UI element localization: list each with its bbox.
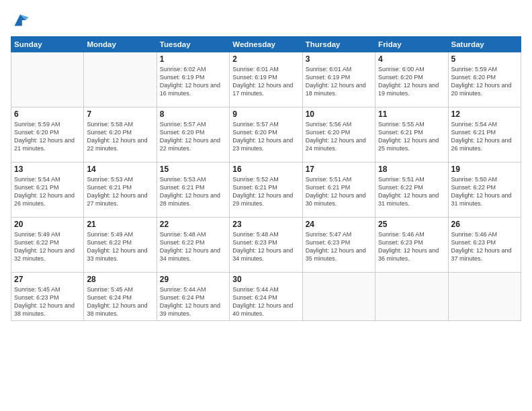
calendar-cell: 8Sunrise: 5:57 AM Sunset: 6:20 PM Daylig… [157,107,229,163]
day-info: Sunrise: 5:55 AM Sunset: 6:21 PM Dayligh… [378,120,445,153]
day-info: Sunrise: 5:48 AM Sunset: 6:22 PM Dayligh… [160,230,226,263]
day-info: Sunrise: 5:46 AM Sunset: 6:23 PM Dayligh… [451,230,518,263]
calendar-cell [448,273,521,321]
calendar-cell: 2Sunrise: 6:01 AM Sunset: 6:19 PM Daylig… [230,52,302,107]
day-number: 20 [14,220,81,229]
calendar-cell: 7Sunrise: 5:58 AM Sunset: 6:20 PM Daylig… [84,107,157,163]
col-header-wednesday: Wednesday [230,37,302,52]
day-info: Sunrise: 5:58 AM Sunset: 6:20 PM Dayligh… [87,120,153,153]
col-header-sunday: Sunday [11,37,84,52]
day-info: Sunrise: 5:54 AM Sunset: 6:21 PM Dayligh… [451,120,518,153]
calendar-cell: 9Sunrise: 5:57 AM Sunset: 6:20 PM Daylig… [230,107,302,163]
day-info: Sunrise: 5:53 AM Sunset: 6:21 PM Dayligh… [160,175,226,208]
calendar-cell: 13Sunrise: 5:54 AM Sunset: 6:21 PM Dayli… [11,163,84,218]
day-info: Sunrise: 5:59 AM Sunset: 6:20 PM Dayligh… [14,120,81,153]
col-header-thursday: Thursday [302,37,375,52]
calendar-cell: 29Sunrise: 5:44 AM Sunset: 6:24 PM Dayli… [157,273,229,321]
calendar-week-row: 13Sunrise: 5:54 AM Sunset: 6:21 PM Dayli… [11,163,521,218]
day-number: 13 [14,165,81,174]
day-number: 30 [232,275,299,284]
day-number: 24 [306,220,372,229]
day-info: Sunrise: 5:45 AM Sunset: 6:24 PM Dayligh… [87,285,153,318]
day-number: 15 [160,165,226,174]
calendar-cell: 18Sunrise: 5:51 AM Sunset: 6:22 PM Dayli… [375,163,448,218]
day-info: Sunrise: 5:50 AM Sunset: 6:22 PM Dayligh… [451,175,518,208]
calendar-cell: 3Sunrise: 6:01 AM Sunset: 6:19 PM Daylig… [302,52,375,107]
calendar-cell: 22Sunrise: 5:48 AM Sunset: 6:22 PM Dayli… [157,218,229,273]
day-info: Sunrise: 5:47 AM Sunset: 6:23 PM Dayligh… [306,230,372,263]
day-info: Sunrise: 6:00 AM Sunset: 6:20 PM Dayligh… [378,65,445,98]
calendar-cell: 27Sunrise: 5:45 AM Sunset: 6:23 PM Dayli… [11,273,84,321]
day-info: Sunrise: 5:49 AM Sunset: 6:22 PM Dayligh… [87,230,153,263]
day-info: Sunrise: 5:59 AM Sunset: 6:20 PM Dayligh… [451,65,518,98]
calendar-cell: 19Sunrise: 5:50 AM Sunset: 6:22 PM Dayli… [448,163,521,218]
day-info: Sunrise: 5:57 AM Sunset: 6:20 PM Dayligh… [160,120,226,153]
calendar-week-row: 27Sunrise: 5:45 AM Sunset: 6:23 PM Dayli… [11,273,521,321]
calendar-cell: 14Sunrise: 5:53 AM Sunset: 6:21 PM Dayli… [84,163,157,218]
day-number: 29 [160,275,226,284]
calendar-cell [302,273,375,321]
calendar-cell: 5Sunrise: 5:59 AM Sunset: 6:20 PM Daylig… [448,52,521,107]
day-number: 16 [232,165,299,174]
day-number: 28 [87,275,153,284]
day-number: 27 [14,275,81,284]
col-header-saturday: Saturday [448,37,521,52]
day-info: Sunrise: 5:44 AM Sunset: 6:24 PM Dayligh… [232,285,299,318]
calendar-cell: 10Sunrise: 5:56 AM Sunset: 6:20 PM Dayli… [302,107,375,163]
day-info: Sunrise: 5:48 AM Sunset: 6:23 PM Dayligh… [232,230,299,263]
day-number: 7 [87,109,153,119]
day-info: Sunrise: 5:45 AM Sunset: 6:23 PM Dayligh… [14,285,81,318]
calendar-cell: 23Sunrise: 5:48 AM Sunset: 6:23 PM Dayli… [230,218,302,273]
calendar-cell: 30Sunrise: 5:44 AM Sunset: 6:24 PM Dayli… [230,273,302,321]
day-number: 8 [160,109,226,119]
day-number: 17 [306,165,372,174]
calendar-cell: 17Sunrise: 5:51 AM Sunset: 6:21 PM Dayli… [302,163,375,218]
day-number: 11 [378,109,445,119]
day-info: Sunrise: 6:01 AM Sunset: 6:19 PM Dayligh… [306,65,372,98]
day-number: 23 [232,220,299,229]
col-header-friday: Friday [375,37,448,52]
col-header-monday: Monday [84,37,157,52]
calendar-cell [84,52,157,107]
day-number: 19 [451,165,518,174]
calendar-cell: 6Sunrise: 5:59 AM Sunset: 6:20 PM Daylig… [11,107,84,163]
calendar-cell: 24Sunrise: 5:47 AM Sunset: 6:23 PM Dayli… [302,218,375,273]
day-number: 12 [451,109,518,119]
col-header-tuesday: Tuesday [157,37,229,52]
calendar-cell: 25Sunrise: 5:46 AM Sunset: 6:23 PM Dayli… [375,218,448,273]
header [11,11,521,30]
calendar-cell: 11Sunrise: 5:55 AM Sunset: 6:21 PM Dayli… [375,107,448,163]
calendar-cell [11,52,84,107]
day-info: Sunrise: 5:54 AM Sunset: 6:21 PM Dayligh… [14,175,81,208]
logo [11,11,32,30]
day-number: 9 [232,109,299,119]
calendar-cell: 12Sunrise: 5:54 AM Sunset: 6:21 PM Dayli… [448,107,521,163]
calendar-cell: 15Sunrise: 5:53 AM Sunset: 6:21 PM Dayli… [157,163,229,218]
calendar-cell [375,273,448,321]
calendar-week-row: 1Sunrise: 6:02 AM Sunset: 6:19 PM Daylig… [11,52,521,107]
calendar-cell: 1Sunrise: 6:02 AM Sunset: 6:19 PM Daylig… [157,52,229,107]
day-number: 5 [451,54,518,64]
calendar-cell: 21Sunrise: 5:49 AM Sunset: 6:22 PM Dayli… [84,218,157,273]
day-info: Sunrise: 5:52 AM Sunset: 6:21 PM Dayligh… [232,175,299,208]
day-number: 22 [160,220,226,229]
calendar-week-row: 6Sunrise: 5:59 AM Sunset: 6:20 PM Daylig… [11,107,521,163]
calendar-cell: 4Sunrise: 6:00 AM Sunset: 6:20 PM Daylig… [375,52,448,107]
calendar-cell: 16Sunrise: 5:52 AM Sunset: 6:21 PM Dayli… [230,163,302,218]
day-info: Sunrise: 6:02 AM Sunset: 6:19 PM Dayligh… [160,65,226,98]
day-info: Sunrise: 5:53 AM Sunset: 6:21 PM Dayligh… [87,175,153,208]
day-number: 6 [14,109,81,119]
calendar-cell: 28Sunrise: 5:45 AM Sunset: 6:24 PM Dayli… [84,273,157,321]
logo-icon [11,11,30,30]
day-number: 18 [378,165,445,174]
day-info: Sunrise: 5:56 AM Sunset: 6:20 PM Dayligh… [306,120,372,153]
day-number: 3 [306,54,372,64]
day-info: Sunrise: 6:01 AM Sunset: 6:19 PM Dayligh… [232,65,299,98]
day-info: Sunrise: 5:51 AM Sunset: 6:22 PM Dayligh… [378,175,445,208]
day-number: 26 [451,220,518,229]
day-info: Sunrise: 5:51 AM Sunset: 6:21 PM Dayligh… [306,175,372,208]
page: SundayMondayTuesdayWednesdayThursdayFrid… [0,0,532,411]
day-number: 4 [378,54,445,64]
calendar-cell: 26Sunrise: 5:46 AM Sunset: 6:23 PM Dayli… [448,218,521,273]
day-info: Sunrise: 5:44 AM Sunset: 6:24 PM Dayligh… [160,285,226,318]
